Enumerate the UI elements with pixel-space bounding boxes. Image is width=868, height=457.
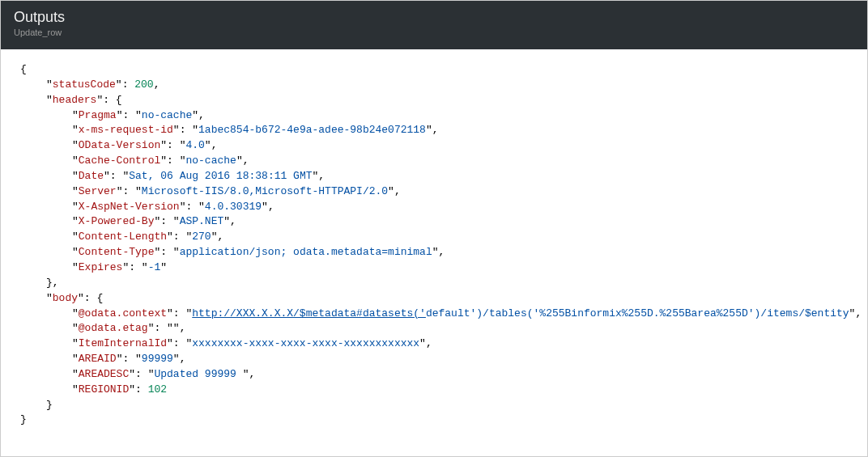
panel-header: Outputs Update_row (1, 1, 867, 49)
json-key: AREADESC (79, 368, 129, 380)
json-string: 4.0 (185, 139, 204, 151)
json-key: @odata.etag (79, 322, 148, 334)
odata-context-link[interactable]: http://XXX.X.X.X/$metadata#datasets(' (192, 307, 426, 319)
json-string: no-cache (142, 109, 192, 121)
json-key: Cache-Control (79, 154, 160, 167)
json-key: X-Powered-By (79, 215, 155, 227)
json-key: Content-Length (79, 231, 167, 243)
json-key: headers (53, 94, 97, 106)
json-key: ItemInternalId (79, 337, 167, 349)
json-key: @odata.context (79, 307, 167, 319)
json-string: 270 (192, 231, 211, 243)
json-viewer: { "statusCode": 200, "headers": { "Pragm… (1, 49, 867, 441)
json-key: REGIONID (79, 383, 129, 396)
json-string: Sat, 06 Aug 2016 18:38:11 GMT (129, 170, 312, 182)
json-string: default')/tables('%255Binformix%255D.%25… (426, 307, 849, 319)
json-key: OData-Version (79, 139, 160, 151)
json-key: body (53, 292, 78, 304)
json-number: 102 (148, 383, 167, 396)
json-key: x-ms-request-id (79, 124, 173, 136)
json-string: 99999 (142, 353, 173, 365)
json-string: xxxxxxxx-xxxx-xxxx-xxxx-xxxxxxxxxxxx (192, 337, 419, 349)
json-key: Pragma (79, 109, 117, 121)
json-key: Content-Type (79, 246, 155, 258)
json-key: Server (79, 185, 117, 197)
json-string: Microsoft-IIS/8.0,Microsoft-HTTPAPI/2.0 (142, 185, 388, 197)
json-string: Updated 99999 (154, 368, 242, 380)
json-string: application/json; odata.metadata=minimal (180, 246, 432, 258)
json-key: Date (79, 170, 104, 182)
json-key: AREAID (79, 353, 117, 365)
json-key: statusCode (53, 78, 116, 91)
json-key: X-AspNet-Version (79, 201, 180, 213)
json-string: 4.0.30319 (205, 201, 262, 213)
json-key: Expires (79, 261, 123, 273)
panel-title: Outputs (14, 9, 854, 26)
json-number: 200 (134, 78, 153, 91)
panel-subtitle: Update_row (14, 28, 854, 37)
json-string: ASP.NET (180, 215, 224, 227)
json-string: no-cache (185, 154, 236, 167)
json-string: 1abec854-b672-4e9a-adee-98b24e072118 (198, 124, 426, 136)
json-string: -1 (148, 261, 161, 273)
